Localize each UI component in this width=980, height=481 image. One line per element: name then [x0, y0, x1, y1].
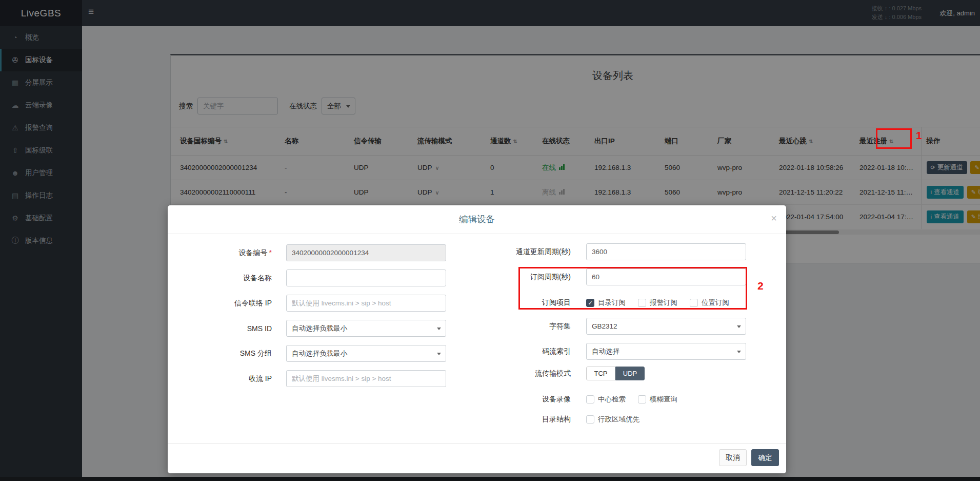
- sip-ip-label: 信令联络 IP: [168, 299, 272, 308]
- device-id-label: 设备编号: [239, 248, 268, 257]
- field-charset: 字符集 GB2312: [475, 318, 746, 335]
- device-name-label: 设备名称: [168, 274, 272, 283]
- screen: LiveGBS ≡ 接收 ↑ : 0.027 Mbps 发送 ↓ : 0.006…: [0, 0, 980, 481]
- sip-ip-input[interactable]: [286, 295, 446, 312]
- checkbox-unchecked[interactable]: [586, 395, 594, 403]
- charset-select[interactable]: GB2312: [586, 318, 746, 335]
- required-mark: *: [269, 248, 272, 257]
- sms-group-select[interactable]: 自动选择负载最小: [286, 345, 446, 362]
- tcp-toggle-button[interactable]: TCP: [586, 367, 615, 380]
- field-sms-id: SMS ID 自动选择负载最小: [168, 320, 446, 337]
- annotation-box-2: [518, 267, 747, 310]
- admin-region-priority-option[interactable]: 行政区域优先: [586, 415, 639, 424]
- charset-label: 字符集: [475, 322, 571, 331]
- sms-group-label: SMS 分组: [168, 349, 272, 358]
- sms-id-label: SMS ID: [168, 324, 272, 333]
- annotation-box-1: [876, 128, 912, 149]
- sms-id-select[interactable]: 自动选择负载最小: [286, 320, 446, 337]
- stream-index-label: 码流索引: [475, 347, 571, 356]
- modal-title: 编辑设备: [168, 205, 786, 234]
- field-device-record: 设备录像 中心检索 模糊查询: [475, 394, 746, 405]
- field-sip-ip: 信令联络 IP: [168, 295, 446, 312]
- field-stream-index: 码流索引 自动选择: [475, 343, 746, 360]
- annotation-number-1: 1: [916, 129, 922, 142]
- udp-toggle-button[interactable]: UDP: [615, 367, 645, 380]
- annotation-number-2: 2: [757, 280, 764, 292]
- device-name-input[interactable]: [286, 270, 446, 286]
- modal-footer-divider: [168, 443, 786, 444]
- recv-ip-input[interactable]: [286, 370, 446, 387]
- fuzzy-query-option[interactable]: 模糊查询: [638, 395, 677, 404]
- field-dir-structure: 目录结构 行政区域优先: [475, 414, 746, 425]
- field-channel-refresh: 通道更新周期(秒): [475, 243, 746, 260]
- channel-refresh-input[interactable]: [586, 243, 746, 260]
- recv-ip-label: 收流 IP: [168, 374, 272, 383]
- field-recv-ip: 收流 IP: [168, 370, 446, 387]
- close-icon[interactable]: ×: [771, 213, 777, 224]
- dir-structure-label: 目录结构: [475, 415, 571, 424]
- center-search-option[interactable]: 中心检索: [586, 395, 626, 404]
- stream-mode-label: 流传输模式: [475, 369, 571, 378]
- field-device-name: 设备名称: [168, 270, 446, 286]
- field-stream-mode: 流传输模式 TCP UDP: [475, 367, 645, 380]
- field-sms-group: SMS 分组 自动选择负载最小: [168, 345, 446, 362]
- cancel-button[interactable]: 取消: [719, 449, 747, 466]
- checkbox-unchecked[interactable]: [586, 415, 594, 424]
- confirm-button[interactable]: 确定: [751, 449, 779, 466]
- device-id-input: [286, 244, 446, 261]
- device-record-label: 设备录像: [475, 395, 571, 404]
- channel-refresh-label: 通道更新周期(秒): [475, 247, 571, 257]
- field-device-id: 设备编号*: [168, 244, 446, 261]
- stream-index-select[interactable]: 自动选择: [586, 343, 746, 360]
- edit-device-modal: 编辑设备 × 设备编号* 设备名称 信令联络 IP SMS ID 自动选择负载最…: [168, 205, 786, 473]
- checkbox-unchecked[interactable]: [638, 395, 646, 403]
- modal-header-divider: [168, 234, 786, 234]
